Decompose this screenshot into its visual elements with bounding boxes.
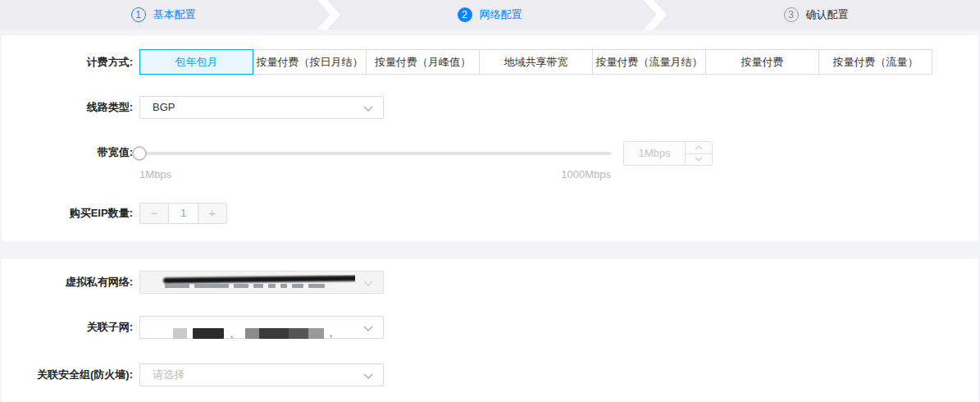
chevron-down-icon — [363, 106, 373, 112]
step-number-badge: 3 — [784, 7, 799, 22]
chevron-down-icon — [363, 373, 373, 379]
bandwidth-input[interactable]: 1Mbps — [623, 141, 713, 166]
billing-tab-shared-bandwidth[interactable]: 地域共享带宽 — [479, 49, 593, 75]
subnet-label: 关联子网: — [2, 316, 133, 339]
step-number-badge: 1 — [131, 7, 146, 22]
line-type-row: 线路类型: BGP — [2, 96, 978, 119]
increase-quantity-button[interactable]: + — [198, 203, 227, 224]
bandwidth-spinner — [685, 142, 712, 165]
redacted-value — [148, 275, 355, 291]
bandwidth-max-label: 1000Mbps — [561, 168, 611, 180]
billing-tab-postpaid-daily[interactable]: 按量付费（按日月结） — [253, 49, 367, 75]
security-group-select[interactable]: 请选择 — [139, 363, 384, 386]
billing-tab-postpaid-traffic[interactable]: 按量付费（流量） — [818, 49, 932, 75]
vpc-settings-panel: 虚拟私有网络: 关联子网: 、 , 关联安全组(防火墙): — [2, 258, 978, 402]
vpc-select[interactable] — [139, 271, 384, 294]
billing-tab-postpaid-traffic-monthly[interactable]: 按量付费（流量月结） — [592, 49, 706, 75]
spin-down-button[interactable] — [686, 154, 712, 166]
chevron-down-icon — [363, 281, 373, 286]
eip-quantity-value: 1 — [169, 203, 198, 224]
chevron-down-icon — [363, 326, 373, 331]
bandwidth-label: 带宽值: — [2, 145, 133, 160]
bandwidth-slider-scale: 1Mbps 1000Mbps — [139, 168, 611, 180]
network-settings-panel: 计费方式: 包年包月 按量付费（按日月结） 按量付费（月峰值） 地域共享带宽 按… — [2, 35, 978, 241]
step-label: 网络配置 — [480, 7, 522, 22]
bandwidth-min-label: 1Mbps — [139, 168, 171, 180]
step-basic-config: 1 基本配置 — [131, 7, 196, 22]
bandwidth-slider-track[interactable] — [139, 152, 611, 155]
chevron-up-icon — [695, 145, 703, 150]
chevron-down-icon — [695, 157, 703, 162]
eip-quantity-label: 购买EIP数量: — [2, 203, 133, 224]
step-number-badge: 2 — [458, 7, 472, 22]
billing-method-label: 计费方式: — [2, 49, 133, 75]
spin-up-button[interactable] — [686, 142, 712, 154]
vpc-row: 虚拟私有网络: — [2, 271, 978, 294]
line-type-label: 线路类型: — [2, 96, 133, 119]
eip-quantity-stepper: − 1 + — [139, 203, 227, 224]
billing-tab-prepaid[interactable]: 包年包月 — [139, 49, 253, 75]
wizard-stepper: 1 基本配置 2 网络配置 3 确认配置 — [0, 0, 980, 30]
step-label: 确认配置 — [806, 7, 849, 22]
billing-tab-postpaid-monthly-peak[interactable]: 按量付费（月峰值） — [366, 49, 480, 75]
step-label: 基本配置 — [153, 7, 196, 22]
security-group-placeholder: 请选择 — [153, 368, 185, 381]
line-type-value: BGP — [153, 101, 175, 113]
subnet-select[interactable]: 、 , — [139, 316, 384, 339]
line-type-select[interactable]: BGP — [139, 96, 384, 119]
billing-method-row: 计费方式: 包年包月 按量付费（按日月结） 按量付费（月峰值） 地域共享带宽 按… — [2, 49, 978, 75]
redacted-value: 、 , — [173, 322, 332, 344]
billing-tab-postpaid[interactable]: 按量付费 — [705, 49, 819, 75]
stepper-arrow-icon — [315, 0, 340, 30]
billing-method-tabs: 包年包月 按量付费（按日月结） 按量付费（月峰值） 地域共享带宽 按量付费（流量… — [139, 49, 932, 75]
bandwidth-slider-handle[interactable] — [132, 146, 147, 161]
security-group-row: 关联安全组(防火墙): 请选择 — [2, 363, 978, 386]
vpc-label: 虚拟私有网络: — [2, 271, 133, 294]
security-group-label: 关联安全组(防火墙): — [2, 363, 133, 386]
step-confirm-config: 3 确认配置 — [784, 7, 849, 22]
subnet-row: 关联子网: 、 , — [2, 316, 978, 339]
bandwidth-input-value: 1Mbps — [624, 142, 685, 165]
eip-quantity-row: 购买EIP数量: − 1 + — [2, 203, 978, 224]
decrease-quantity-button[interactable]: − — [139, 203, 169, 224]
stepper-arrow-icon — [641, 0, 666, 30]
step-network-config: 2 网络配置 — [458, 7, 522, 22]
